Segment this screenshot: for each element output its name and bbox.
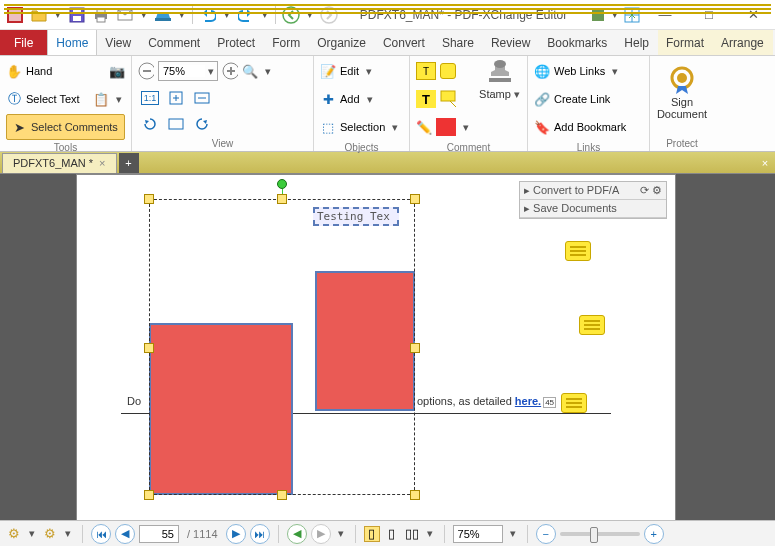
fit-page-icon[interactable] [164, 86, 188, 110]
resize-handle[interactable] [277, 194, 287, 204]
document-canvas[interactable]: ▸ Convert to PDF/A⟳ ⚙ ▸ Save Documents T… [0, 174, 775, 520]
undo-icon[interactable] [197, 4, 219, 26]
tab-comment[interactable]: Comment [140, 30, 209, 55]
zoom-out-icon[interactable] [138, 63, 154, 79]
tab-view[interactable]: View [97, 30, 140, 55]
resize-handle[interactable] [410, 343, 420, 353]
tab-share[interactable]: Share [434, 30, 483, 55]
actual-size-icon[interactable]: 1:1 [138, 86, 162, 110]
prefs-dropdown[interactable]: ▾ [609, 8, 621, 21]
hand-tool[interactable]: Hand [26, 65, 52, 77]
edit-menu[interactable]: 📝Edit▾ [320, 58, 403, 84]
scan-icon[interactable] [152, 4, 174, 26]
back-dropdown[interactable]: ▾ [304, 8, 316, 21]
tab-bookmarks[interactable]: Bookmarks [539, 30, 616, 55]
page-input[interactable] [139, 525, 179, 543]
tab-organize[interactable]: Organize [309, 30, 375, 55]
layout-single-icon[interactable]: ▯ [364, 526, 380, 542]
sticky-note[interactable] [565, 241, 591, 261]
pencil-icon[interactable]: ✏️ [416, 119, 432, 135]
ui-icon[interactable] [621, 4, 643, 26]
undo-dropdown[interactable]: ▾ [221, 8, 233, 21]
resize-handle[interactable] [144, 343, 154, 353]
panel-save[interactable]: ▸ Save Documents [520, 200, 666, 218]
nav-fwd-button[interactable]: ▶ [311, 524, 331, 544]
document-tab[interactable]: PDFXT6_MAN *× [2, 153, 117, 173]
file-menu[interactable]: File [0, 30, 47, 55]
tab-close-icon[interactable]: × [99, 157, 105, 169]
options2-icon[interactable]: ⚙ [42, 526, 58, 542]
tab-review[interactable]: Review [483, 30, 539, 55]
red-square-icon[interactable] [436, 118, 456, 136]
new-tab-button[interactable]: + [119, 153, 139, 173]
resize-handle[interactable] [410, 490, 420, 500]
redo-dropdown[interactable]: ▾ [259, 8, 271, 21]
save-icon[interactable] [66, 4, 88, 26]
rotate-cw-icon[interactable] [190, 112, 214, 136]
redo-icon[interactable] [235, 4, 257, 26]
protect-group-label: Protect [656, 136, 708, 151]
next-page-button[interactable]: ▶ [226, 524, 246, 544]
sticky-note[interactable] [579, 315, 605, 335]
tab-arrange[interactable]: Arrange [713, 30, 773, 55]
prefs-icon[interactable] [587, 4, 609, 26]
fit-visible-icon[interactable] [164, 112, 188, 136]
select-comments-tool[interactable]: ➤Select Comments [6, 114, 125, 140]
fit-width-icon[interactable] [190, 86, 214, 110]
callout-icon[interactable] [440, 91, 456, 107]
tab-home[interactable]: Home [47, 30, 97, 55]
stamp-button[interactable]: Stamp ▾ [478, 58, 521, 100]
snapshot-icon[interactable]: 📷 [109, 63, 125, 79]
add-menu[interactable]: ✚Add▾ [320, 86, 403, 112]
tab-form[interactable]: Form [264, 30, 309, 55]
mail-dropdown[interactable]: ▾ [138, 8, 150, 21]
open-icon[interactable] [28, 4, 50, 26]
add-bookmark-button[interactable]: 🔖Add Bookmark [534, 114, 643, 140]
layout-facing-icon[interactable]: ▯▯ [404, 526, 420, 542]
status-zoom[interactable] [453, 525, 503, 543]
menubar: File Home View Comment Protect Form Orga… [0, 30, 775, 56]
create-link-button[interactable]: 🔗Create Link [534, 86, 643, 112]
tab-convert[interactable]: Convert [375, 30, 434, 55]
sign-document-button[interactable]: Sign Document [656, 58, 708, 120]
web-links-button[interactable]: 🌐Web Links▾ [534, 58, 643, 84]
selection-menu[interactable]: ⬚Selection▾ [320, 114, 403, 140]
resize-handle[interactable] [144, 490, 154, 500]
panel-convert[interactable]: ▸ Convert to PDF/A⟳ ⚙ [520, 182, 666, 200]
prev-page-button[interactable]: ◀ [115, 524, 135, 544]
scan-dropdown[interactable]: ▾ [176, 8, 188, 21]
resize-handle[interactable] [277, 490, 287, 500]
layout-cont-icon[interactable]: ▯ [384, 526, 400, 542]
fwd-icon[interactable] [318, 4, 340, 26]
zoom-in-button[interactable]: + [644, 524, 664, 544]
open-dropdown[interactable]: ▾ [52, 8, 64, 21]
tab-protect[interactable]: Protect [209, 30, 264, 55]
rotate-ccw-icon[interactable] [138, 112, 162, 136]
zoom-slider[interactable] [560, 532, 640, 536]
options-icon[interactable]: ⚙ [6, 526, 22, 542]
zoom-region-icon[interactable]: 🔍 [242, 63, 258, 79]
highlight-icon[interactable]: T [416, 90, 436, 108]
tab-help[interactable]: Help [616, 30, 658, 55]
ribbon: ✋Hand📷 ⓉSelect Text📋▾ ➤Select Comments T… [0, 56, 775, 152]
sticky-note-icon[interactable] [440, 63, 456, 79]
select-text-tool[interactable]: Select Text [26, 93, 80, 105]
nav-back-button[interactable]: ◀ [287, 524, 307, 544]
resize-handle[interactable] [144, 194, 154, 204]
typewriter-icon[interactable]: T [416, 62, 436, 80]
sticky-note[interactable] [561, 393, 587, 413]
mail-icon[interactable] [114, 4, 136, 26]
last-page-button[interactable]: ⏭ [250, 524, 270, 544]
tab-format[interactable]: Format [658, 30, 713, 55]
app-icon[interactable] [4, 4, 26, 26]
clipboard-icon[interactable]: 📋 [93, 91, 109, 107]
tabs-close-icon[interactable]: × [755, 157, 775, 169]
print-icon[interactable] [90, 4, 112, 26]
resize-handle[interactable] [410, 194, 420, 204]
rotate-handle[interactable] [277, 179, 287, 189]
first-page-button[interactable]: ⏮ [91, 524, 111, 544]
zoom-out-button[interactable]: − [536, 524, 556, 544]
zoom-combo[interactable]: ▾ [158, 61, 218, 81]
zoom-in-icon[interactable] [222, 63, 238, 79]
back-icon[interactable] [280, 4, 302, 26]
